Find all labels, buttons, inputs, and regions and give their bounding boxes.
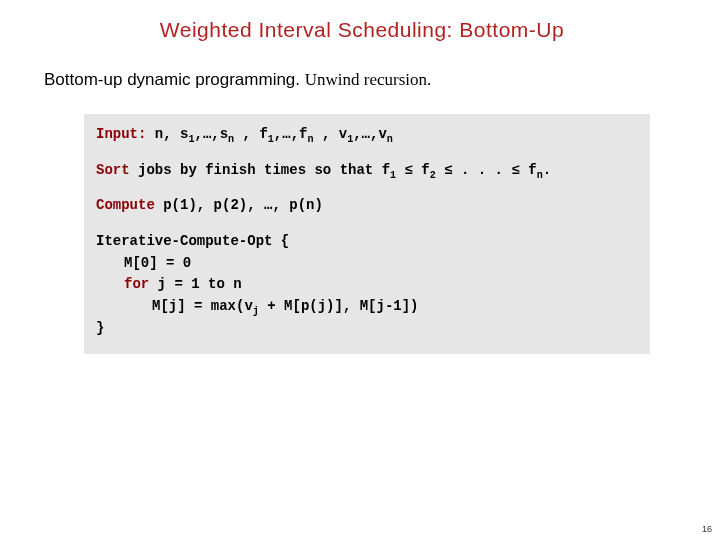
input-text-b: ,…,s: [195, 126, 229, 142]
input-text-a: n, s: [146, 126, 188, 142]
algo-line-4: M[j] = max(vj + M[p(j)], M[j-1]): [96, 296, 638, 318]
input-text-d: ,…,f: [274, 126, 308, 142]
for-rest: j = 1 to n: [149, 276, 241, 292]
sort-text-b: ≤ f: [396, 162, 430, 178]
slide: Weighted Interval Scheduling: Bottom-Up …: [0, 0, 720, 540]
keyword-sort: Sort: [96, 162, 130, 178]
l4-b: + M[p(j)], M[j-1]): [259, 298, 419, 314]
subtitle: Bottom-up dynamic programming. Unwind re…: [44, 70, 680, 90]
algo-line-5: }: [96, 320, 104, 336]
keyword-input: Input:: [96, 126, 146, 142]
keyword-for: for: [124, 276, 149, 292]
compute-text: p(1), p(2), …, p(n): [155, 197, 323, 213]
input-text-f: ,…,v: [353, 126, 387, 142]
algo-line-2: M[0] = 0: [96, 253, 638, 275]
algo-line-3: for j = 1 to n: [96, 274, 638, 296]
l4-a: M[j] = max(v: [152, 298, 253, 314]
page-number: 16: [702, 524, 712, 534]
sort-text-d: .: [543, 162, 551, 178]
keyword-compute: Compute: [96, 197, 155, 213]
sort-text-c: ≤ . . . ≤ f: [436, 162, 537, 178]
page-title: Weighted Interval Scheduling: Bottom-Up: [44, 18, 680, 42]
code-input-line: Input: n, s1,…,sn , f1,…,fn , v1,…,vn: [96, 124, 638, 146]
code-compute-line: Compute p(1), p(2), …, p(n): [96, 195, 638, 217]
input-text-e: , v: [314, 126, 348, 142]
subtitle-part-a: Bottom-up dynamic programming.: [44, 70, 300, 89]
sort-text-a: jobs by finish times so that f: [130, 162, 390, 178]
algo-line-1: Iterative-Compute-Opt {: [96, 233, 289, 249]
algorithm-block: Iterative-Compute-Opt { M[0] = 0 for j =…: [96, 231, 638, 339]
code-box: Input: n, s1,…,sn , f1,…,fn , v1,…,vn So…: [84, 114, 650, 354]
subtitle-part-b: Unwind recursion.: [305, 70, 432, 89]
sub-nc: n: [387, 134, 393, 145]
code-sort-line: Sort jobs by finish times so that f1 ≤ f…: [96, 160, 638, 182]
input-text-c: , f: [234, 126, 268, 142]
